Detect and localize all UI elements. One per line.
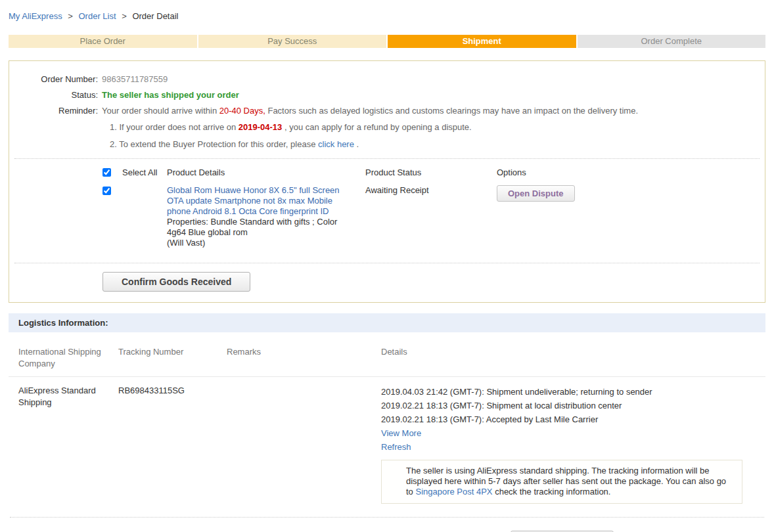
shipping-notice-post: check the tracking information.: [493, 487, 611, 497]
dispute-deadline-date: 2019-04-13: [239, 122, 283, 132]
breadcrumb-current: Order Detail: [132, 11, 178, 21]
remarks-cell: [227, 385, 381, 504]
logistics-table-row: AliExpress Standard Shipping RB698433115…: [9, 377, 765, 504]
confirm-goods-received-button[interactable]: Confirm Goods Received: [102, 272, 250, 292]
select-all-label: Select All: [122, 165, 167, 181]
order-summary-box: Order Number: 98635711787559 Status: The…: [9, 60, 765, 303]
progress-step-pay-success: Pay Success: [198, 35, 387, 48]
click-here-link[interactable]: click here: [318, 139, 354, 149]
reminder-label: Reminder:: [9, 103, 98, 119]
product-details-cell: Global Rom Huawe Honor 8X 6.5" full Scre…: [167, 185, 365, 248]
reminder-text: Your order should arrive within 20-40 Da…: [102, 103, 651, 119]
product-options-cell: Open Dispute: [497, 185, 765, 202]
view-more-link[interactable]: View More: [381, 428, 421, 438]
details-header: Details: [381, 346, 756, 370]
product-status-header: Product Status: [365, 165, 497, 181]
progress-step-order-complete: Order Complete: [578, 35, 766, 48]
shipping-notice-box: The seller is using AliExpress standard …: [381, 460, 742, 504]
progress-step-place-order: Place Order: [9, 35, 197, 48]
order-status-row: Status: The seller has shipped your orde…: [9, 87, 765, 103]
breadcrumb: My AliExpress > Order List > Order Detai…: [9, 0, 765, 21]
breadcrumb-my-aliexpress[interactable]: My AliExpress: [9, 11, 62, 21]
product-row: Global Rom Huawe Honor 8X 6.5" full Scre…: [9, 185, 765, 257]
dispute-note-post: , you can apply for a refund by opening …: [282, 122, 471, 132]
dispute-note: 1. If your order does not arrive on 2019…: [9, 119, 765, 136]
product-note: (Will Vast): [167, 238, 357, 248]
order-number-value: 98635711787559: [102, 72, 181, 87]
reminder-post: Factors such as delayed logistics and cu…: [265, 106, 638, 116]
logistics-information-header: Logistics Information:: [9, 313, 765, 332]
tracking-event: 2019.04.03 21:42 (GMT-7): Shipment undel…: [381, 385, 756, 399]
singapore-post-link[interactable]: Singapore Post 4PX: [415, 487, 492, 497]
tracking-number-cell: RB698433115SG: [118, 385, 227, 504]
order-progress-bar: Place Order Pay Success Shipment Order C…: [9, 35, 765, 48]
status-label: Status:: [9, 87, 98, 103]
order-detail-page: My AliExpress > Order List > Order Detai…: [0, 0, 774, 532]
product-checkbox[interactable]: [102, 187, 111, 195]
order-number-row: Order Number: 98635711787559: [9, 72, 765, 87]
buyer-protection-pre: 2. To extend the Buyer Protection for th…: [110, 139, 318, 149]
refresh-link[interactable]: Refresh: [381, 442, 411, 452]
progress-step-shipment: Shipment: [388, 35, 576, 48]
buyer-protection-post: .: [354, 139, 359, 149]
logistics-table-header: International Shipping Company Tracking …: [9, 332, 765, 377]
shipping-company-cell: AliExpress Standard Shipping: [18, 385, 118, 504]
tracking-event: 2019.02.21 18:13 (GMT-7): Accepted by La…: [381, 412, 756, 426]
divider: [14, 158, 760, 159]
product-properties: Properties: Bundle Standard with gifts ;…: [167, 217, 357, 238]
select-all-checkbox[interactable]: [102, 168, 111, 177]
breadcrumb-order-list[interactable]: Order List: [78, 11, 116, 21]
breadcrumb-separator: >: [68, 11, 73, 21]
product-status-cell: Awaiting Receipt: [365, 185, 497, 195]
reminder-row: Reminder: Your order should arrive withi…: [9, 103, 765, 119]
dispute-note-pre: 1. If your order does not arrive on: [110, 122, 239, 132]
tracking-event: 2019.02.21 18:13 (GMT-7): Shipment at lo…: [381, 399, 756, 412]
status-value: The seller has shipped your order: [102, 87, 252, 103]
divider: [14, 263, 760, 263]
select-all-checkbox-cell: [102, 165, 122, 182]
reminder-pre: Your order should arrive within: [102, 106, 219, 116]
product-table-header: Select All Product Details Product Statu…: [9, 165, 765, 182]
order-number-label: Order Number:: [9, 72, 98, 87]
options-header: Options: [497, 165, 765, 181]
product-details-header: Product Details: [167, 165, 365, 181]
remarks-header: Remarks: [227, 346, 381, 370]
breadcrumb-separator: >: [122, 11, 127, 21]
divider: [10, 517, 764, 518]
open-dispute-button[interactable]: Open Dispute: [497, 185, 575, 202]
product-checkbox-cell: [102, 185, 122, 197]
reminder-days-highlight: 20-40 Days,: [219, 106, 265, 116]
tracking-details-cell: 2019.04.03 21:42 (GMT-7): Shipment undel…: [381, 385, 756, 504]
shipping-company-header: International Shipping Company: [18, 346, 118, 370]
buyer-protection-note: 2. To extend the Buyer Protection for th…: [9, 136, 765, 153]
tracking-number-header: Tracking Number: [118, 346, 227, 370]
product-title-link[interactable]: Global Rom Huawe Honor 8X 6.5" full Scre…: [167, 185, 357, 217]
confirm-area: Confirm Goods Received: [9, 272, 765, 292]
